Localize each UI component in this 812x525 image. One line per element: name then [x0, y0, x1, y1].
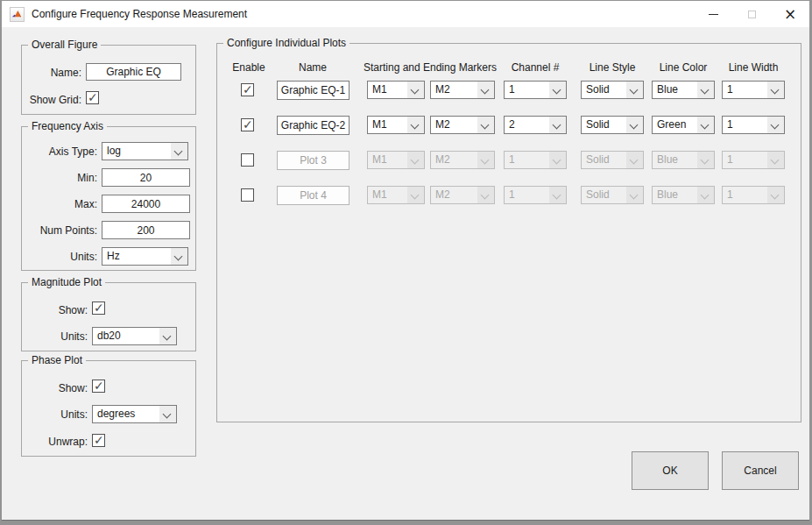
phase-units-value: degrees	[97, 406, 135, 422]
chevron-down-icon	[171, 248, 187, 265]
phase-plot-group-title: Phase Plot	[28, 354, 86, 366]
minimize-button[interactable]	[694, 1, 732, 27]
num-points-input[interactable]	[102, 221, 190, 239]
plot4-name-input	[277, 186, 350, 205]
plot2-line-width-select[interactable]: 1	[722, 116, 785, 134]
plot3-enable-checkbox[interactable]	[241, 153, 254, 167]
plot2-name-input[interactable]	[277, 116, 350, 135]
plot4-line-color-select: Blue	[652, 186, 715, 204]
magnitude-units-value: db20	[97, 328, 121, 344]
chevron-down-icon	[697, 117, 714, 133]
chevron-down-icon	[477, 152, 494, 168]
plot-row-4: M1 M2 1 Solid Blue 1	[217, 186, 801, 207]
cancel-button[interactable]: Cancel	[722, 451, 799, 490]
chevron-down-icon	[767, 117, 784, 133]
plot4-marker-start-select: M1	[367, 186, 425, 204]
magnitude-show-label: Show:	[22, 304, 88, 316]
plot4-marker-end-select: M2	[430, 186, 495, 204]
chevron-down-icon	[626, 117, 643, 133]
show-grid-checkbox[interactable]	[86, 91, 99, 104]
plot1-channel-select[interactable]: 1	[504, 81, 567, 99]
magnitude-units-label: Units:	[22, 330, 88, 343]
plot3-marker-end-select: M2	[430, 151, 495, 169]
chevron-down-icon	[626, 152, 643, 168]
chevron-down-icon	[159, 406, 176, 422]
plot3-line-style-select: Solid	[581, 151, 644, 169]
unwrap-label: Unwrap:	[22, 436, 88, 448]
plot2-line-color-select[interactable]: Green	[652, 116, 715, 134]
plot1-line-width-select[interactable]: 1	[722, 81, 785, 99]
plot2-marker-start-select[interactable]: M1	[367, 116, 425, 134]
chevron-down-icon	[407, 82, 424, 98]
plot-row-3: M1 M2 1 Solid Blue 1	[217, 151, 801, 172]
plot2-line-style-select[interactable]: Solid	[581, 116, 644, 134]
min-label: Min:	[22, 172, 97, 184]
chevron-down-icon	[626, 187, 643, 203]
plot3-line-width-select: 1	[722, 151, 785, 169]
chevron-down-icon	[159, 328, 176, 344]
magnitude-show-checkbox[interactable]	[92, 302, 105, 315]
plot2-enable-checkbox[interactable]	[241, 118, 254, 131]
close-button[interactable]: ×	[771, 1, 809, 27]
plot2-channel-select[interactable]: 2	[504, 116, 567, 134]
plot-row-1: M1 M2 1 Solid Blue 1	[217, 81, 801, 102]
figure-name-label: Name:	[22, 67, 81, 79]
plot3-name-input	[277, 151, 350, 170]
chevron-down-icon	[477, 117, 494, 133]
enable-column-header: Enable	[224, 61, 273, 74]
plot4-line-width-select: 1	[722, 186, 785, 204]
chevron-down-icon	[697, 152, 714, 168]
freq-units-label: Units:	[22, 251, 97, 263]
chevron-down-icon	[171, 143, 187, 160]
minimize-icon	[709, 14, 718, 15]
titlebar[interactable]: Configure Frequency Response Measurement…	[2, 1, 809, 27]
magnitude-plot-group-title: Magnitude Plot	[28, 276, 105, 288]
plot1-line-style-select[interactable]: Solid	[581, 81, 644, 99]
plot4-enable-checkbox[interactable]	[241, 188, 254, 202]
line-color-column-header: Line Color	[647, 61, 719, 74]
plot4-channel-select: 1	[504, 186, 567, 204]
max-input[interactable]	[102, 195, 190, 213]
chevron-down-icon	[697, 82, 714, 98]
axis-type-label: Axis Type:	[22, 145, 97, 158]
plot1-marker-end-select[interactable]: M2	[430, 81, 495, 99]
dialog-body: Overall Figure Name: Show Grid: Frequenc…	[2, 27, 809, 520]
maximize-button	[732, 1, 771, 27]
chevron-down-icon	[407, 187, 424, 203]
chevron-down-icon	[477, 82, 494, 98]
show-grid-label: Show Grid:	[22, 94, 81, 106]
phase-plot-group: Phase Plot Show: Units: degrees Unwrap:	[21, 360, 196, 457]
axis-type-select[interactable]: log	[102, 142, 188, 160]
window-frame: Configure Frequency Response Measurement…	[0, 0, 812, 525]
chevron-down-icon	[626, 82, 643, 98]
figure-name-input[interactable]	[86, 63, 181, 81]
max-label: Max:	[22, 198, 97, 210]
phase-show-label: Show:	[22, 382, 88, 394]
plot4-line-style-select: Solid	[581, 186, 644, 204]
plot1-line-color-select[interactable]: Blue	[652, 81, 715, 99]
plot1-enable-checkbox[interactable]	[241, 83, 254, 96]
chevron-down-icon	[767, 152, 784, 168]
ok-button[interactable]: OK	[632, 451, 709, 490]
plot1-name-input[interactable]	[277, 81, 350, 100]
freq-units-value: Hz	[107, 248, 120, 265]
plot3-marker-start-select: M1	[367, 151, 425, 169]
phase-units-select[interactable]: degrees	[92, 405, 177, 423]
unwrap-checkbox[interactable]	[92, 434, 105, 447]
matlab-logo-icon	[10, 7, 25, 22]
freq-units-select[interactable]: Hz	[102, 247, 188, 266]
plot1-marker-start-select[interactable]: M1	[367, 81, 425, 99]
phase-show-checkbox[interactable]	[92, 380, 105, 393]
plot2-marker-end-select[interactable]: M2	[430, 116, 495, 134]
plot3-line-color-select: Blue	[652, 151, 715, 169]
phase-units-label: Units:	[22, 408, 88, 421]
chevron-down-icon	[407, 117, 424, 133]
magnitude-units-select[interactable]: db20	[92, 327, 177, 345]
dialog-window: Configure Frequency Response Measurement…	[2, 1, 809, 520]
chevron-down-icon	[767, 82, 784, 98]
chevron-down-icon	[549, 152, 566, 168]
min-input[interactable]	[102, 168, 190, 187]
plot-row-2: M1 M2 2 Solid Green 1	[217, 116, 801, 137]
line-width-column-header: Line Width	[717, 61, 789, 74]
name-column-header: Name	[274, 61, 351, 74]
